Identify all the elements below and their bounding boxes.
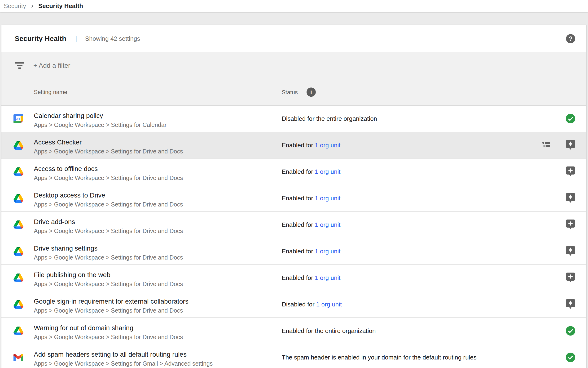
drive-icon: 31 [13, 193, 24, 203]
setting-path: Apps > Google Workspace > Settings for C… [34, 121, 167, 129]
setting-status: Disabled for1 org unit [282, 301, 342, 308]
setting-status: Enabled for1 org unit [282, 142, 340, 149]
org-unit-link[interactable]: 1 org unit [316, 301, 342, 308]
setting-name: Google sign-in requirement for external … [34, 297, 189, 306]
setting-path: Apps > Google Workspace > Settings for D… [34, 280, 183, 288]
setting-name: Calendar sharing policy [34, 111, 167, 120]
org-unit-link[interactable]: 1 org unit [315, 142, 340, 149]
breadcrumb-current: Security Health [38, 2, 83, 10]
gmail-icon: 31 [13, 352, 24, 362]
recommendation-icon[interactable] [566, 166, 575, 177]
org-units-view-icon[interactable] [542, 142, 550, 148]
setting-path: Apps > Google Workspace > Settings for D… [34, 174, 183, 182]
breadcrumb: Security Security Health [0, 0, 588, 12]
settings-count: Showing 42 settings [85, 35, 140, 42]
recommendation-icon[interactable] [566, 220, 575, 230]
setting-name: Access Checker [34, 138, 183, 147]
setting-name: Access to offline docs [34, 164, 183, 173]
setting-status: Disabled for the entire organization [282, 115, 377, 122]
title-divider: | [75, 35, 77, 42]
setting-name: File publishing on the web [34, 270, 183, 279]
status-ok-icon [566, 114, 575, 123]
setting-path: Apps > Google Workspace > Settings for D… [34, 227, 183, 235]
recommendation-icon[interactable] [566, 273, 575, 283]
setting-path: Apps > Google Workspace > Settings for D… [34, 200, 183, 208]
table-row[interactable]: 31 Add spam headers setting to all defau… [1, 344, 586, 368]
table-row[interactable]: 31 Desktop access to Drive Apps > G [1, 185, 586, 212]
recommendation-icon[interactable] [566, 246, 575, 257]
setting-status: Enabled for1 org unit [282, 195, 340, 202]
card-header: Security Health | Showing 42 settings ? [1, 25, 586, 52]
status-header: Status [282, 89, 298, 95]
breadcrumb-parent[interactable]: Security [4, 2, 26, 10]
svg-text:31: 31 [16, 117, 20, 121]
org-unit-link[interactable]: 1 org unit [315, 248, 340, 255]
setting-path: Apps > Google Workspace > Settings for D… [34, 306, 189, 314]
org-unit-link[interactable]: 1 org unit [315, 168, 340, 175]
drive-icon: 31 [13, 299, 24, 309]
filter-list-icon [15, 62, 24, 69]
status-ok-icon [566, 326, 575, 336]
table-row[interactable]: 31 Access to offline docs Apps > Go [1, 159, 586, 185]
setting-path: Apps > Google Workspace > Settings for D… [34, 147, 183, 155]
setting-status: Enabled for1 org unit [282, 274, 340, 282]
setting-name: Add spam headers setting to all default … [34, 350, 213, 359]
drive-icon: 31 [13, 140, 24, 150]
setting-path: Apps > Google Workspace > Settings for D… [34, 253, 183, 261]
calendar-icon: 31 [13, 114, 24, 124]
help-icon[interactable]: ? [566, 34, 575, 43]
security-health-card: Security Health | Showing 42 settings ? … [1, 25, 586, 368]
settings-table: 31 Calendar sharing policy Apps > G [1, 106, 586, 368]
drive-icon: 31 [13, 273, 24, 283]
recommendation-icon[interactable] [566, 193, 575, 203]
setting-name: Warning for out of domain sharing [34, 323, 183, 332]
setting-path: Apps > Google Workspace > Settings for G… [34, 359, 213, 368]
setting-status: Enabled for1 org unit [282, 248, 340, 255]
setting-name-header: Setting name [34, 89, 67, 95]
setting-name: Drive sharing settings [34, 244, 183, 253]
setting-status: Enabled for the entire organization [282, 327, 376, 335]
setting-status: Enabled for1 org unit [282, 168, 340, 175]
recommendation-icon[interactable] [566, 299, 575, 310]
table-row[interactable]: 31 Drive sharing settings Apps > Go [1, 238, 586, 265]
drive-icon: 31 [13, 326, 24, 336]
info-icon[interactable]: i [307, 88, 316, 97]
setting-status: Enabled for1 org unit [282, 221, 340, 229]
table-row[interactable]: 31 Calendar sharing policy Apps > G [1, 106, 586, 132]
table-row[interactable]: 31 Warning for out of domain sharing [1, 318, 586, 344]
setting-status: The spam header is enabled in your domai… [282, 354, 477, 361]
add-filter-button[interactable]: + Add a filter [33, 62, 70, 69]
setting-name: Desktop access to Drive [34, 191, 183, 200]
org-unit-link[interactable]: 1 org unit [315, 274, 340, 281]
org-unit-link[interactable]: 1 org unit [315, 221, 340, 228]
table-row[interactable]: 31 Google sign-in requirement for extern… [1, 291, 586, 318]
status-ok-icon [566, 353, 575, 362]
table-header: Setting name Status i [1, 79, 586, 106]
drive-icon: 31 [13, 246, 24, 256]
table-row[interactable]: 31 Drive add-ons Apps > Google Work [1, 212, 586, 238]
filter-bar[interactable]: + Add a filter [1, 52, 586, 79]
setting-path: Apps > Google Workspace > Settings for D… [34, 333, 183, 341]
setting-name: Drive add-ons [34, 217, 183, 226]
recommendation-icon[interactable] [566, 140, 575, 150]
drive-icon: 31 [13, 220, 24, 230]
drive-icon: 31 [13, 167, 24, 177]
table-row[interactable]: 31 File publishing on the web Apps [1, 265, 586, 291]
page-title: Security Health [15, 35, 66, 43]
org-unit-link[interactable]: 1 org unit [315, 195, 340, 202]
table-row[interactable]: 31 Access Checker Apps > Google Wor [1, 132, 586, 159]
chevron-right-icon [29, 3, 35, 9]
